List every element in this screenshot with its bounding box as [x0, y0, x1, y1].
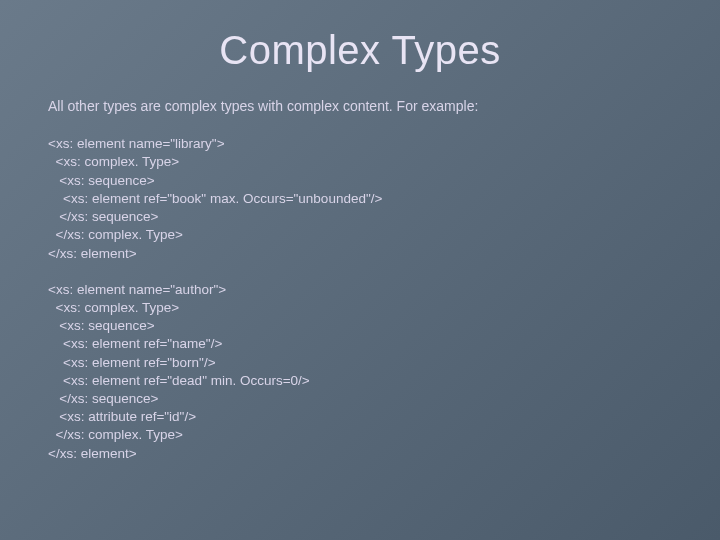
slide-container: Complex Types All other types are comple…	[0, 0, 720, 540]
intro-text: All other types are complex types with c…	[48, 97, 672, 115]
code-block-author: <xs: element name="author"> <xs: complex…	[48, 281, 672, 463]
code-block-library: <xs: element name="library"> <xs: comple…	[48, 135, 672, 263]
slide-title: Complex Types	[48, 28, 672, 73]
